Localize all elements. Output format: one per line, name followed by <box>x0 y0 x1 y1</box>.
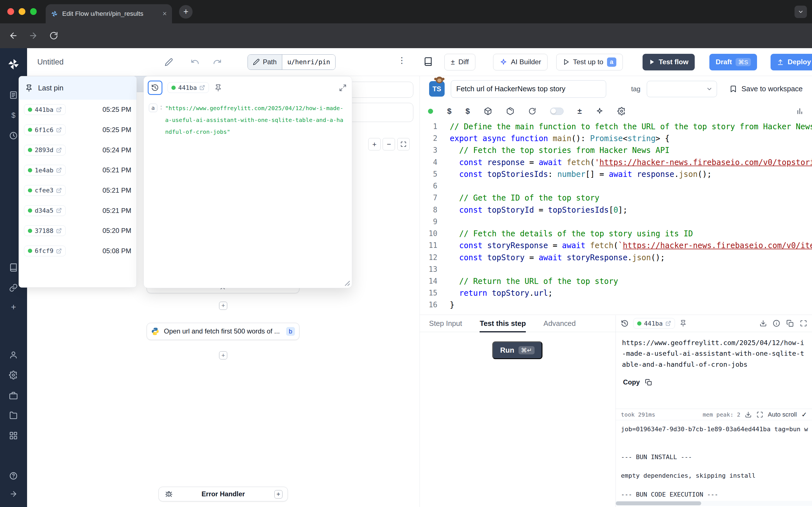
run-id-badge[interactable]: 441ba <box>633 318 675 329</box>
tab-advanced[interactable]: Advanced <box>544 315 576 332</box>
last-pin-row[interactable]: 6fcf9 05:08 PM <box>19 241 137 261</box>
zoom-in-button[interactable]: + <box>368 138 380 151</box>
new-tab-button[interactable]: + <box>179 5 193 18</box>
external-link-icon[interactable] <box>56 127 62 133</box>
external-link-icon[interactable] <box>56 248 62 254</box>
code-line[interactable]: 6 <box>420 180 812 192</box>
code-line[interactable]: 12 const topStory = await storyResponse.… <box>420 251 812 263</box>
dependencies-icon[interactable] <box>506 107 514 115</box>
code-line[interactable]: 8 const topStoryId = topStoriesIds[0]; <box>420 204 812 216</box>
browser-tab[interactable]: Edit Flow u/henri/pin_results × <box>46 4 172 23</box>
test-up-to-button[interactable]: Test up to a <box>556 54 623 70</box>
code-line[interactable]: 4 const response = await fetch('https://… <box>420 156 812 168</box>
flow-step-b-node[interactable]: Open url and fetch first 500 words of ..… <box>147 323 299 340</box>
code-line[interactable]: 14 // Return the URL of the top story <box>420 275 812 287</box>
save-to-workspace-button[interactable]: Save to workspace <box>729 85 802 93</box>
sidebar-item-schedules[interactable] <box>9 131 18 140</box>
fullscreen-icon[interactable] <box>800 320 807 327</box>
sidebar-expand-button[interactable] <box>9 490 18 499</box>
external-link-icon[interactable] <box>665 321 671 326</box>
code-line[interactable]: 9 <box>420 216 812 228</box>
resources-icon[interactable]: $ <box>465 107 470 116</box>
clipboard-icon[interactable] <box>786 320 794 327</box>
download-icon[interactable] <box>745 411 752 418</box>
last-pin-row[interactable]: 1e4ab 05:21 PM <box>19 160 137 180</box>
external-link-icon[interactable] <box>56 208 62 213</box>
sidebar-item-settings[interactable] <box>9 371 18 380</box>
resize-handle[interactable] <box>345 281 350 286</box>
diff-editor-icon[interactable]: ± <box>577 107 581 116</box>
run-id-badge[interactable]: d34a5 <box>24 205 65 216</box>
tab-close-icon[interactable]: × <box>162 10 167 17</box>
sidebar-item-variables[interactable]: $ <box>9 111 18 120</box>
fullscreen-icon[interactable] <box>756 411 763 418</box>
code-line[interactable]: 13 <box>420 263 812 275</box>
edit-title-button[interactable] <box>165 58 173 66</box>
tag-select[interactable] <box>647 81 717 98</box>
run-id-badge[interactable]: 441ba <box>24 104 65 115</box>
sidebar-item-folders[interactable] <box>9 411 18 420</box>
test-flow-button[interactable]: Test flow <box>643 54 695 70</box>
code-line[interactable]: 10 // Fetch the details of the top story… <box>420 228 812 239</box>
package-icon[interactable] <box>484 107 492 115</box>
editor-settings-icon[interactable] <box>617 107 626 115</box>
external-link-icon[interactable] <box>56 228 62 233</box>
code-line[interactable]: 15 return topStory.url; <box>420 287 812 299</box>
sidebar-item-resources[interactable] <box>9 263 18 272</box>
run-id-badge[interactable]: 441ba <box>167 82 209 93</box>
error-handler-add-button[interactable]: + <box>274 490 283 498</box>
code-line[interactable]: 5 const topStoriesIds: number[] = await … <box>420 168 812 180</box>
assets-icon[interactable] <box>796 107 804 115</box>
more-options-button[interactable]: ⋮ <box>398 55 406 65</box>
pin-icon[interactable] <box>214 84 222 92</box>
refresh-icon[interactable] <box>528 107 536 115</box>
insert-step-button[interactable]: + <box>219 351 227 359</box>
code-editor[interactable]: 1// Define the main function to fetch th… <box>420 121 812 315</box>
draft-button[interactable]: Draft ⌘S <box>709 54 757 70</box>
variables-icon[interactable]: $ <box>447 107 451 116</box>
back-button[interactable] <box>7 30 20 42</box>
sidebar-item-help[interactable] <box>9 471 18 481</box>
history-button[interactable] <box>148 80 162 95</box>
run-id-badge[interactable]: 37188 <box>24 225 65 236</box>
last-pin-row[interactable]: 6f1c6 05:25 PM <box>19 120 137 140</box>
download-icon[interactable] <box>760 320 767 327</box>
external-link-icon[interactable] <box>56 187 62 193</box>
macos-zoom-button[interactable] <box>30 8 37 15</box>
diff-button[interactable]: ± Diff <box>444 54 475 70</box>
macos-close-button[interactable] <box>7 8 14 15</box>
last-pin-row[interactable]: 37188 05:20 PM <box>19 221 137 241</box>
pin-icon[interactable] <box>679 320 687 327</box>
info-icon[interactable] <box>773 320 780 327</box>
ai-wand-icon[interactable] <box>596 107 604 115</box>
insert-step-button[interactable]: + <box>219 302 227 310</box>
copy-button[interactable]: Copy <box>622 378 806 386</box>
run-id-badge[interactable]: 6fcf9 <box>24 245 65 256</box>
history-icon[interactable] <box>621 320 629 328</box>
code-line[interactable]: 11 const storyResponse = await fetch(`ht… <box>420 239 812 251</box>
tab-overflow-button[interactable] <box>795 6 807 18</box>
sidebar-item-integrations[interactable] <box>9 283 18 292</box>
sidebar-item-apps[interactable] <box>9 431 18 440</box>
last-pin-row[interactable]: d34a5 05:21 PM <box>19 201 137 221</box>
sidebar-item-workers[interactable] <box>9 391 18 400</box>
run-id-badge[interactable]: cfee3 <box>24 185 65 196</box>
last-pin-row[interactable]: 2893d 05:24 PM <box>19 140 137 160</box>
code-line[interactable]: 3 // Fetch the top stories from Hacker N… <box>420 144 812 156</box>
sidebar-item-account[interactable] <box>9 350 18 359</box>
log-horizontal-scrollbar[interactable] <box>616 501 812 506</box>
auto-scroll-checkbox[interactable]: ✓ <box>802 411 807 418</box>
code-line[interactable]: 16} <box>420 299 812 311</box>
last-pin-header[interactable]: Last pin <box>19 76 137 100</box>
sidebar-item-create[interactable]: + <box>9 302 18 312</box>
path-control[interactable]: Path u/henri/pin <box>248 54 336 70</box>
scrollbar-thumb[interactable] <box>616 501 701 506</box>
run-button[interactable]: Run ⌘↵ <box>492 341 543 359</box>
expand-icon[interactable] <box>339 84 347 92</box>
last-pin-row[interactable]: 441ba 05:25 PM <box>19 100 137 120</box>
fit-view-button[interactable] <box>397 138 410 151</box>
code-line[interactable]: 2export async function main(): Promise<s… <box>420 132 812 144</box>
code-line[interactable]: 1// Define the main function to fetch th… <box>420 121 812 132</box>
zoom-out-button[interactable]: − <box>383 138 395 151</box>
windmill-logo[interactable] <box>7 58 20 70</box>
